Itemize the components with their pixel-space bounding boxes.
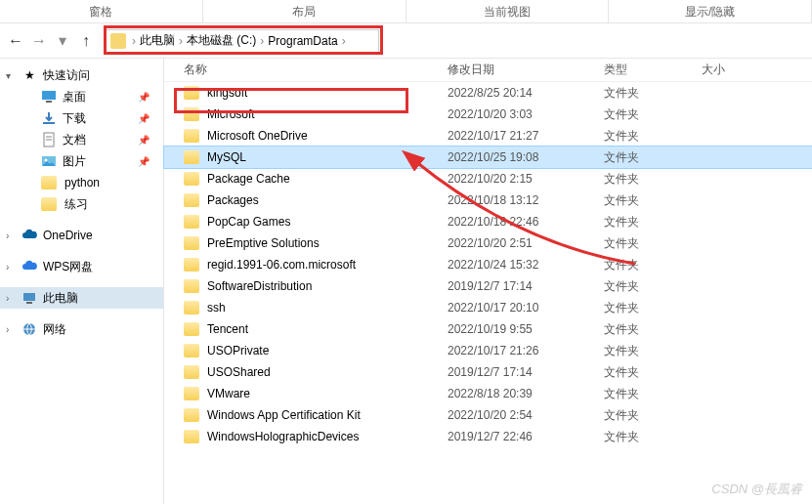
- pin-icon: 📌: [138, 156, 150, 167]
- sidebar-label: 桌面: [63, 89, 86, 105]
- file-type: 文件夹: [604, 407, 702, 424]
- nav-pane: ▾ ★ 快速访问 桌面 📌 下载 📌 文档 📌 图片 📌 python: [0, 59, 164, 504]
- table-row[interactable]: Microsoft2022/10/20 3:03文件夹: [164, 104, 812, 125]
- col-header-size[interactable]: 大小: [702, 62, 812, 78]
- cloud-icon: [21, 259, 37, 274]
- column-headers: 名称 修改日期 类型 大小: [164, 59, 812, 82]
- chevron-right-icon: ›: [6, 324, 9, 335]
- sidebar-item-documents[interactable]: 文档 📌: [0, 129, 163, 150]
- recent-dropdown[interactable]: ▾: [53, 31, 72, 51]
- file-type: 文件夹: [604, 149, 702, 166]
- file-name: WindowsHolographicDevices: [207, 430, 359, 443]
- file-list: 名称 修改日期 类型 大小 kingsoft2022/8/25 20:14文件夹…: [164, 59, 812, 504]
- file-name: Packages: [207, 193, 259, 207]
- breadcrumb-item[interactable]: ProgramData: [266, 34, 339, 48]
- sidebar-label: OneDrive: [43, 229, 93, 242]
- chevron-right-icon: ›: [342, 34, 346, 48]
- table-row[interactable]: SoftwareDistribution2019/12/7 17:14文件夹: [164, 275, 812, 297]
- file-name: regid.1991-06.com.microsoft: [207, 258, 356, 272]
- chevron-right-icon: ›: [6, 262, 9, 273]
- table-row[interactable]: PreEmptive Solutions2022/10/20 2:51文件夹: [164, 232, 812, 254]
- folder-icon: [184, 430, 199, 443]
- file-date: 2022/10/20 2:15: [448, 172, 604, 186]
- table-row[interactable]: PopCap Games2022/10/18 22:46文件夹: [164, 211, 812, 232]
- file-name: SoftwareDistribution: [207, 279, 312, 293]
- cloud-icon: [21, 228, 37, 243]
- file-date: 2022/10/17 20:10: [448, 301, 604, 315]
- table-row[interactable]: Microsoft OneDrive2022/10/17 21:27文件夹: [164, 125, 812, 147]
- up-button[interactable]: ↑: [76, 31, 96, 51]
- file-date: 2019/12/7 17:14: [448, 365, 604, 379]
- file-type: 文件夹: [604, 106, 702, 123]
- sidebar-label: 练习: [64, 196, 88, 213]
- folder-icon: [184, 387, 199, 400]
- sidebar-label: 文档: [63, 132, 86, 148]
- sidebar-item-wps[interactable]: › WPS网盘: [0, 256, 163, 277]
- table-row[interactable]: regid.1991-06.com.microsoft2022/10/24 15…: [164, 254, 812, 275]
- pin-icon: 📌: [138, 135, 150, 146]
- file-date: 2022/10/17 21:26: [448, 344, 604, 357]
- sidebar-item-network[interactable]: › 网络: [0, 318, 163, 340]
- sidebar-item-desktop[interactable]: 桌面 📌: [0, 86, 163, 107]
- file-date: 2022/10/20 2:51: [448, 236, 604, 250]
- col-header-type[interactable]: 类型: [604, 62, 702, 78]
- sidebar-item-onedrive[interactable]: › OneDrive: [0, 225, 163, 246]
- file-type: 文件夹: [604, 192, 702, 209]
- sidebar-label: 下载: [63, 110, 86, 127]
- table-row[interactable]: Package Cache2022/10/20 2:15文件夹: [164, 168, 812, 189]
- table-row[interactable]: USOShared2019/12/7 17:14文件夹: [164, 361, 812, 383]
- file-name: VMware: [207, 387, 250, 400]
- folder-icon: [110, 33, 126, 49]
- table-row[interactable]: ssh2022/10/17 20:10文件夹: [164, 297, 812, 318]
- chevron-right-icon: ›: [179, 34, 183, 48]
- sidebar-quick-access[interactable]: ▾ ★ 快速访问: [0, 64, 163, 86]
- file-name: Microsoft OneDrive: [207, 129, 308, 143]
- folder-icon: [184, 279, 199, 293]
- sidebar-label: 快速访问: [43, 67, 90, 84]
- folder-icon: [184, 193, 199, 207]
- file-date: 2022/10/19 9:55: [448, 322, 604, 336]
- pin-icon: 📌: [138, 92, 150, 103]
- sidebar-item-pictures[interactable]: 图片 📌: [0, 150, 163, 172]
- sidebar-item-practice[interactable]: 练习: [0, 193, 163, 215]
- back-button[interactable]: ←: [6, 31, 25, 51]
- ribbon-tab-showhide[interactable]: 显示/隐藏: [609, 0, 812, 22]
- sidebar-item-downloads[interactable]: 下载 📌: [0, 107, 163, 129]
- sidebar-label: WPS网盘: [43, 259, 93, 275]
- table-row[interactable]: WindowsHolographicDevices2019/12/7 22:46…: [164, 426, 812, 447]
- forward-button[interactable]: →: [29, 31, 49, 51]
- folder-icon: [184, 215, 199, 229]
- folder-icon: [184, 301, 199, 315]
- folder-icon: [184, 344, 199, 357]
- table-row[interactable]: USOPrivate2022/10/17 21:26文件夹: [164, 340, 812, 361]
- table-row[interactable]: MySQL2022/10/25 19:08文件夹: [164, 147, 812, 168]
- folder-icon: [184, 365, 199, 379]
- folder-icon: [184, 322, 199, 336]
- file-type: 文件夹: [604, 321, 702, 338]
- sidebar-item-thispc[interactable]: › 此电脑: [0, 287, 163, 309]
- file-date: 2022/10/20 3:03: [448, 107, 604, 121]
- folder-icon: [184, 86, 199, 100]
- table-row[interactable]: Packages2022/10/18 13:12文件夹: [164, 189, 812, 211]
- col-header-name[interactable]: 名称: [164, 62, 448, 78]
- document-icon: [41, 132, 57, 147]
- breadcrumb-item[interactable]: 本地磁盘 (C:): [185, 32, 258, 49]
- table-row[interactable]: VMware2022/8/18 20:39文件夹: [164, 383, 812, 404]
- table-row[interactable]: Tencent2022/10/19 9:55文件夹: [164, 318, 812, 340]
- ribbon-tab-layout[interactable]: 布局: [203, 0, 406, 22]
- ribbon-tab-panes[interactable]: 窗格: [0, 0, 203, 22]
- folder-icon: [184, 408, 199, 422]
- breadcrumb-item[interactable]: 此电脑: [138, 32, 177, 49]
- file-name: USOShared: [207, 365, 271, 379]
- sidebar-item-python[interactable]: python: [0, 172, 163, 193]
- table-row[interactable]: kingsoft2022/8/25 20:14文件夹: [164, 82, 812, 104]
- svg-rect-8: [23, 293, 35, 301]
- computer-icon: [21, 290, 37, 306]
- col-header-date[interactable]: 修改日期: [448, 62, 604, 78]
- ribbon-tab-view[interactable]: 当前视图: [406, 0, 610, 22]
- breadcrumb[interactable]: › 此电脑 › 本地磁盘 (C:) › ProgramData ›: [106, 29, 379, 53]
- chevron-down-icon: ▾: [6, 70, 11, 81]
- file-type: 文件夹: [604, 128, 702, 145]
- table-row[interactable]: Windows App Certification Kit2022/10/20 …: [164, 404, 812, 426]
- desktop-icon: [41, 89, 57, 105]
